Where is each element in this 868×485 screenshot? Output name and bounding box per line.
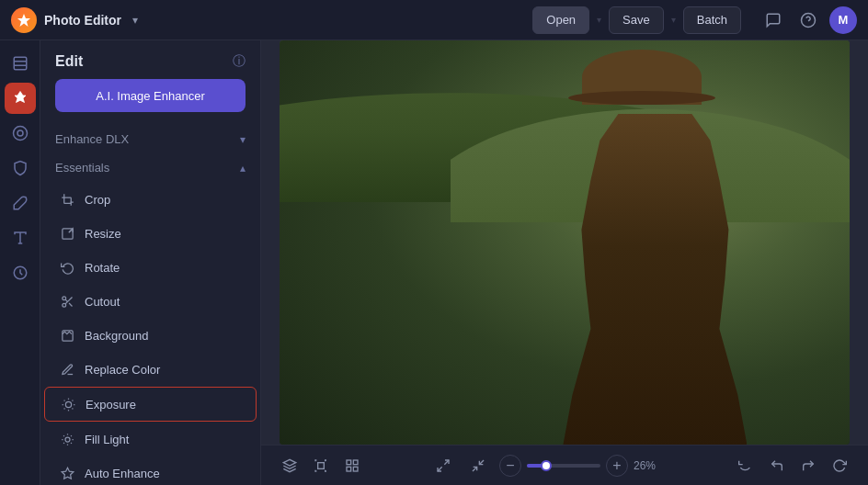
- canvas-container[interactable]: [261, 40, 868, 445]
- zoom-value: 26%: [634, 459, 661, 472]
- svg-point-19: [65, 401, 71, 407]
- main-content: Edit ⓘ A.I. Image Enhancer Enhance DLX ▾…: [0, 40, 868, 485]
- svg-point-6: [17, 130, 23, 136]
- rotate-ccw-button[interactable]: [732, 452, 760, 479]
- svg-line-17: [65, 299, 67, 301]
- essentials-section[interactable]: Essentials ▴: [40, 153, 260, 182]
- topbar-icons: M: [760, 6, 857, 34]
- sidebar-item-view[interactable]: [5, 118, 36, 149]
- save-button[interactable]: Save: [609, 6, 664, 34]
- rotate-icon: [59, 259, 75, 276]
- svg-point-13: [62, 296, 65, 299]
- fill-light-label: Fill Light: [85, 433, 129, 446]
- menu-item-replace-color[interactable]: Replace Color: [44, 353, 257, 386]
- svg-line-23: [72, 408, 73, 409]
- background-icon: [59, 327, 75, 344]
- cutout-label: Cutout: [85, 295, 120, 309]
- zoom-minus-button[interactable]: −: [499, 455, 521, 477]
- zoom-slider-thumb[interactable]: [541, 460, 552, 471]
- sidebar-item-text[interactable]: [5, 222, 36, 254]
- sidebar-item-effects[interactable]: [5, 152, 36, 184]
- batch-button[interactable]: Batch: [683, 6, 741, 34]
- avatar[interactable]: M: [829, 6, 857, 34]
- history-controls: [732, 452, 853, 479]
- svg-line-41: [438, 467, 442, 471]
- svg-point-28: [65, 437, 70, 442]
- grid-tool-button[interactable]: [338, 452, 366, 479]
- crop-label: Crop: [85, 193, 110, 207]
- zoom-controls: − + 26%: [499, 455, 661, 477]
- zoom-slider[interactable]: [527, 464, 600, 468]
- edit-header: Edit ⓘ: [40, 40, 260, 79]
- info-icon[interactable]: ⓘ: [233, 53, 246, 70]
- svg-marker-34: [283, 459, 295, 466]
- zoom-plus-button[interactable]: +: [606, 455, 628, 477]
- image-background: [280, 40, 850, 445]
- expand-button[interactable]: [464, 452, 492, 479]
- essentials-chevron: ▴: [240, 162, 246, 175]
- fit-button[interactable]: [429, 452, 457, 479]
- icon-bar: [0, 40, 40, 485]
- auto-enhance-label: Auto Enhance: [85, 467, 160, 480]
- open-button[interactable]: Open: [532, 6, 589, 34]
- help-icon[interactable]: [794, 6, 822, 34]
- svg-rect-39: [347, 467, 351, 471]
- menu-item-crop[interactable]: Crop: [44, 183, 257, 216]
- enhance-dlx-label: Enhance DLX: [55, 132, 129, 146]
- edit-title: Edit: [55, 53, 83, 70]
- tool-group-left: [276, 452, 366, 479]
- chat-icon[interactable]: [760, 6, 787, 34]
- enhance-dlx-chevron: ▾: [240, 133, 246, 146]
- svg-line-26: [63, 408, 64, 409]
- svg-marker-29: [62, 468, 74, 479]
- svg-point-5: [13, 127, 27, 141]
- svg-rect-2: [14, 57, 27, 70]
- canvas-image: [280, 40, 850, 445]
- rotate-cw-button[interactable]: [826, 452, 853, 479]
- svg-point-14: [62, 303, 65, 307]
- exposure-label: Exposure: [86, 398, 136, 412]
- transform-tool-button[interactable]: [307, 452, 335, 479]
- canvas-area: − + 26%: [261, 40, 868, 485]
- app-name-chevron[interactable]: ▾: [132, 14, 138, 27]
- fill-light-icon: [59, 431, 75, 447]
- app-name: Photo Editor: [44, 13, 121, 28]
- menu-item-auto-enhance[interactable]: Auto Enhance: [44, 457, 257, 485]
- edit-panel: Edit ⓘ A.I. Image Enhancer Enhance DLX ▾…: [40, 40, 261, 485]
- svg-rect-35: [318, 462, 325, 468]
- cutout-icon: [59, 293, 75, 310]
- svg-line-22: [63, 400, 64, 400]
- sidebar-item-brush[interactable]: [5, 187, 36, 219]
- menu-item-rotate[interactable]: Rotate: [44, 251, 257, 284]
- menu-item-cutout[interactable]: Cutout: [44, 285, 257, 318]
- enhance-dlx-section[interactable]: Enhance DLX ▾: [40, 125, 260, 153]
- exposure-icon: [60, 396, 76, 412]
- bottom-toolbar: − + 26%: [261, 445, 868, 485]
- svg-line-43: [479, 460, 484, 465]
- background-label: Background: [85, 329, 148, 343]
- layers-tool-button[interactable]: [276, 452, 303, 479]
- sidebar-item-layers[interactable]: [5, 48, 36, 79]
- hat: [582, 50, 702, 105]
- ai-enhance-button[interactable]: A.I. Image Enhancer: [55, 79, 246, 112]
- undo-button[interactable]: [763, 452, 791, 479]
- crop-icon: [59, 191, 75, 208]
- resize-icon: [59, 225, 75, 242]
- resize-label: Resize: [85, 227, 121, 241]
- sidebar-item-edit[interactable]: [5, 83, 36, 114]
- sidebar-item-history[interactable]: [5, 257, 36, 288]
- app-logo[interactable]: [11, 7, 37, 33]
- svg-rect-38: [353, 467, 358, 471]
- menu-item-exposure[interactable]: Exposure: [44, 387, 257, 422]
- menu-item-fill-light[interactable]: Fill Light: [44, 423, 257, 456]
- auto-enhance-icon: [59, 465, 75, 481]
- redo-button[interactable]: [794, 452, 822, 479]
- svg-line-40: [444, 460, 449, 465]
- menu-item-background[interactable]: Background: [44, 319, 257, 352]
- svg-rect-36: [347, 460, 351, 465]
- replace-color-icon: [59, 361, 75, 378]
- svg-line-27: [72, 400, 73, 400]
- svg-line-16: [69, 303, 72, 306]
- menu-item-resize[interactable]: Resize: [44, 217, 257, 250]
- essentials-label: Essentials: [55, 161, 109, 175]
